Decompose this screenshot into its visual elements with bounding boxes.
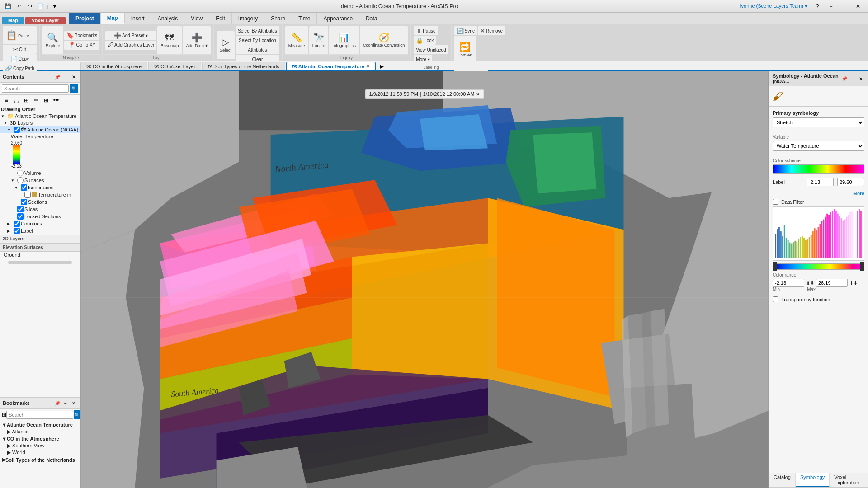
tree-surfaces[interactable]: ▼ Surfaces	[0, 177, 80, 184]
tab-co-voxel[interactable]: 🗺 CO Voxel Layer	[148, 62, 201, 70]
view-tab[interactable]: View	[184, 13, 209, 24]
spinner-max[interactable]: ⬆⬇	[849, 280, 858, 286]
insert-tab[interactable]: Insert	[125, 13, 151, 24]
sections-checkbox[interactable]	[21, 199, 27, 205]
user-label[interactable]: Ivonne (Scene Layers Team) ▾	[740, 3, 807, 9]
edit-tool-btn[interactable]: ✏	[32, 96, 41, 105]
bk-pin-btn[interactable]: 📌	[54, 399, 61, 407]
share-tab[interactable]: Share	[264, 13, 292, 24]
select-button[interactable]: ▷ Select	[217, 31, 235, 59]
surfaces-radio[interactable]	[17, 177, 24, 183]
rp-minimize-btn[interactable]: −	[849, 75, 856, 82]
pause-button[interactable]: ⏸ Pause	[414, 26, 438, 35]
color-scheme-bar[interactable]	[773, 164, 864, 174]
remove-button[interactable]: ✕ Remove	[478, 26, 505, 35]
expand-3d[interactable]: ▼	[4, 121, 10, 125]
expand-surfaces[interactable]: ▼	[11, 178, 17, 183]
list-view-btn[interactable]: ≡	[2, 96, 11, 105]
source-btn[interactable]: ⊞	[22, 96, 31, 105]
tab-soil[interactable]: 🗺 Soil Types of the Netherlands	[202, 62, 285, 70]
bk-group-co[interactable]: ▼ CO in the Atmosphere	[0, 435, 80, 442]
draw-order-btn[interactable]: ⬚	[12, 96, 21, 105]
tree-locked[interactable]: Locked Sections	[0, 213, 80, 220]
bookmarks-search-input[interactable]	[6, 411, 73, 419]
undo-btn[interactable]: ↩	[14, 2, 24, 11]
iso-checkbox[interactable]	[21, 184, 27, 191]
tree-noaa[interactable]: ▼ 🗺 Atlantic Ocean (NOAA)	[0, 126, 80, 133]
tree-volume[interactable]: Volume	[0, 169, 80, 177]
contents-search-input[interactable]	[2, 84, 69, 93]
variable-dropdown[interactable]: Water Temperature	[773, 141, 864, 151]
basemap-button[interactable]: 🗺 Basemap	[157, 26, 182, 54]
range-handle-right[interactable]	[860, 262, 864, 271]
new-btn[interactable]: 📄	[36, 2, 45, 11]
contents-close-btn[interactable]: ✕	[70, 73, 77, 80]
color-range-min-input[interactable]	[773, 279, 804, 287]
snapping-btn[interactable]: ⊞	[42, 96, 51, 105]
expand-noaa[interactable]: ▼	[7, 128, 14, 132]
imagery-tab[interactable]: Imagery	[232, 13, 264, 24]
view-unplaced-button[interactable]: View Unplaced	[414, 45, 448, 54]
transparency-checkbox[interactable]	[773, 296, 778, 302]
cut-button[interactable]: ✂ Cut	[3, 45, 37, 54]
voxel-exploration-tab[interactable]: Voxel Exploration	[830, 473, 868, 487]
tree-isosurfaces[interactable]: ▼ Isosurfaces	[0, 184, 80, 191]
data-tab[interactable]: Data	[359, 13, 384, 24]
infographics-button[interactable]: 📊 Infographics	[329, 26, 359, 54]
map-view[interactable]: 1/9/2012 11:59:59 PM | 1/10/2012 12:00:0…	[80, 71, 769, 488]
bk-co-southern[interactable]: ▶ Southern View	[0, 442, 80, 449]
horizontal-scrollbar[interactable]	[8, 261, 72, 264]
voxel-special-tab[interactable]: Voxel Layer	[25, 17, 66, 24]
rp-pin-btn[interactable]: 📌	[841, 75, 848, 82]
help-btn[interactable]: ?	[811, 2, 824, 11]
attributes-button[interactable]: Attributes	[236, 45, 279, 54]
color-range-max-input[interactable]	[816, 279, 848, 287]
label-min-input[interactable]	[807, 178, 834, 186]
noaa-checkbox[interactable]	[14, 127, 20, 133]
tree-slices[interactable]: Slices	[0, 206, 80, 213]
bk-group-soil[interactable]: ▶ Soil Types of the Netherlands	[0, 456, 80, 464]
measure-button[interactable]: 📏 Measure	[285, 26, 308, 54]
label-max-input[interactable]	[837, 178, 864, 186]
range-handle-left[interactable]	[773, 262, 777, 271]
copy-button[interactable]: 📄 Copy	[3, 54, 37, 63]
select-by-loc-button[interactable]: Select By Location	[236, 36, 279, 45]
close-btn[interactable]: ✕	[852, 2, 864, 11]
map-tab-ribbon[interactable]: Map	[101, 13, 125, 24]
stretch-dropdown[interactable]: Stretch	[773, 117, 864, 127]
select-by-attr-button[interactable]: Select By Attributes	[236, 26, 279, 35]
bk-group-atlantic[interactable]: ▼ Atlantic Ocean Temperature	[0, 421, 80, 428]
contents-minimize-btn[interactable]: −	[62, 73, 69, 80]
bk-minimize-btn[interactable]: −	[62, 399, 69, 407]
save-btn[interactable]: 💾	[4, 2, 13, 11]
paste-button[interactable]: 📋 Paste	[3, 26, 37, 44]
add-preset-button[interactable]: ➕ Add Preset ▾	[105, 31, 156, 40]
bk-atlantic-child[interactable]: ▶ Atlantic	[0, 428, 80, 435]
spinner-min[interactable]: ⬆⬇	[806, 280, 814, 286]
expand-atlantic[interactable]: ▼	[1, 114, 7, 118]
tab-close-btn[interactable]: ✕	[366, 64, 370, 69]
project-tab[interactable]: Project	[69, 13, 101, 24]
countries-checkbox[interactable]	[14, 221, 20, 227]
bookmarks-button[interactable]: 🔖 Bookmarks	[64, 31, 99, 40]
catalog-tab[interactable]: Catalog	[769, 473, 796, 487]
more-btn[interactable]: More	[773, 191, 864, 196]
volume-radio[interactable]	[17, 170, 24, 176]
coord-conv-button[interactable]: 🧭 Coordinate Conversion	[360, 26, 408, 54]
timestamp-close-btn[interactable]: ✕	[476, 92, 480, 97]
locked-checkbox[interactable]	[17, 213, 24, 220]
redo-btn[interactable]: ↪	[25, 2, 34, 11]
tree-label-layer[interactable]: ▶ Label	[0, 227, 80, 235]
map-special-tab[interactable]: Map	[2, 17, 24, 24]
data-filter-checkbox[interactable]	[773, 199, 778, 205]
rp-close-btn[interactable]: ✕	[857, 75, 864, 82]
sync-button[interactable]: 🔄 Sync	[454, 26, 477, 35]
tree-sections[interactable]: Sections	[0, 198, 80, 206]
appearance-tab[interactable]: Appearance	[317, 13, 359, 24]
locate-button[interactable]: 🔭 Locate	[309, 26, 329, 54]
tab-co-atmosphere[interactable]: 🗺 CO in the Atmosphere	[80, 62, 147, 70]
tree-ground[interactable]: Ground	[0, 252, 80, 258]
minimize-btn[interactable]: −	[825, 2, 837, 11]
maximize-btn[interactable]: □	[838, 2, 851, 11]
expand-countries[interactable]: ▶	[7, 222, 14, 226]
